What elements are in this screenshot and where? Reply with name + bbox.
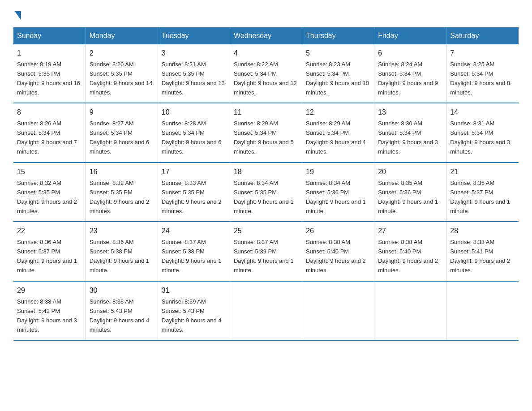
calendar-cell: 23Sunrise: 8:36 AMSunset: 5:38 PMDayligh… xyxy=(86,222,158,281)
day-number: 28 xyxy=(450,226,515,237)
logo-arrow-icon xyxy=(15,11,21,20)
calendar-cell: 22Sunrise: 8:36 AMSunset: 5:37 PMDayligh… xyxy=(13,222,86,281)
day-info: Sunrise: 8:27 AMSunset: 5:34 PMDaylight:… xyxy=(90,120,150,155)
calendar-cell: 30Sunrise: 8:38 AMSunset: 5:43 PMDayligh… xyxy=(86,281,158,340)
day-info: Sunrise: 8:39 AMSunset: 5:43 PMDaylight:… xyxy=(162,298,222,333)
day-info: Sunrise: 8:38 AMSunset: 5:40 PMDaylight:… xyxy=(306,239,366,274)
day-info: Sunrise: 8:32 AMSunset: 5:35 PMDaylight:… xyxy=(17,180,77,214)
day-number: 21 xyxy=(450,167,515,178)
day-info: Sunrise: 8:38 AMSunset: 5:41 PMDaylight:… xyxy=(450,239,510,274)
day-number: 1 xyxy=(17,48,82,59)
calendar-cell: 1Sunrise: 8:19 AMSunset: 5:35 PMDaylight… xyxy=(13,44,86,103)
day-info: Sunrise: 8:37 AMSunset: 5:38 PMDaylight:… xyxy=(162,239,222,274)
calendar-week-row: 1Sunrise: 8:19 AMSunset: 5:35 PMDaylight… xyxy=(13,44,519,103)
calendar-cell: 27Sunrise: 8:38 AMSunset: 5:40 PMDayligh… xyxy=(374,222,446,281)
day-number: 31 xyxy=(162,285,226,296)
calendar-cell: 17Sunrise: 8:33 AMSunset: 5:35 PMDayligh… xyxy=(158,163,230,222)
day-info: Sunrise: 8:25 AMSunset: 5:34 PMDaylight:… xyxy=(450,61,510,96)
calendar-cell xyxy=(446,281,519,340)
day-number: 7 xyxy=(450,48,515,59)
calendar-cell: 2Sunrise: 8:20 AMSunset: 5:35 PMDaylight… xyxy=(86,44,158,103)
day-info: Sunrise: 8:37 AMSunset: 5:39 PMDaylight:… xyxy=(234,239,294,274)
day-info: Sunrise: 8:24 AMSunset: 5:34 PMDaylight:… xyxy=(378,61,438,96)
day-info: Sunrise: 8:21 AMSunset: 5:35 PMDaylight:… xyxy=(162,61,225,96)
day-number: 27 xyxy=(378,226,442,237)
calendar-cell xyxy=(230,281,302,340)
calendar-cell: 21Sunrise: 8:35 AMSunset: 5:37 PMDayligh… xyxy=(446,163,519,222)
day-info: Sunrise: 8:34 AMSunset: 5:35 PMDaylight:… xyxy=(234,180,294,214)
day-number: 26 xyxy=(306,226,370,237)
day-number: 5 xyxy=(306,48,370,59)
day-info: Sunrise: 8:22 AMSunset: 5:34 PMDaylight:… xyxy=(234,61,297,96)
calendar-cell: 20Sunrise: 8:35 AMSunset: 5:36 PMDayligh… xyxy=(374,163,446,222)
column-header-thursday: Thursday xyxy=(302,27,374,44)
column-header-monday: Monday xyxy=(86,27,158,44)
calendar-cell: 15Sunrise: 8:32 AMSunset: 5:35 PMDayligh… xyxy=(13,163,86,222)
calendar-cell: 29Sunrise: 8:38 AMSunset: 5:42 PMDayligh… xyxy=(13,281,86,340)
day-number: 12 xyxy=(306,107,370,118)
calendar-header-row: SundayMondayTuesdayWednesdayThursdayFrid… xyxy=(13,27,519,44)
column-header-wednesday: Wednesday xyxy=(230,27,302,44)
day-number: 17 xyxy=(162,167,226,178)
calendar-cell: 26Sunrise: 8:38 AMSunset: 5:40 PMDayligh… xyxy=(302,222,374,281)
day-number: 18 xyxy=(234,167,298,178)
day-info: Sunrise: 8:30 AMSunset: 5:34 PMDaylight:… xyxy=(378,120,438,155)
page-header xyxy=(13,9,519,18)
column-header-friday: Friday xyxy=(374,27,446,44)
calendar-table: SundayMondayTuesdayWednesdayThursdayFrid… xyxy=(13,27,519,341)
calendar-week-row: 29Sunrise: 8:38 AMSunset: 5:42 PMDayligh… xyxy=(13,281,519,340)
column-header-sunday: Sunday xyxy=(13,27,86,44)
day-number: 9 xyxy=(90,107,154,118)
column-header-tuesday: Tuesday xyxy=(158,27,230,44)
day-number: 15 xyxy=(17,167,82,178)
day-number: 24 xyxy=(162,226,226,237)
day-info: Sunrise: 8:38 AMSunset: 5:42 PMDaylight:… xyxy=(17,298,77,333)
calendar-week-row: 8Sunrise: 8:26 AMSunset: 5:34 PMDaylight… xyxy=(13,103,519,162)
calendar-cell: 18Sunrise: 8:34 AMSunset: 5:35 PMDayligh… xyxy=(230,163,302,222)
day-number: 13 xyxy=(378,107,442,118)
day-info: Sunrise: 8:29 AMSunset: 5:34 PMDaylight:… xyxy=(306,120,366,155)
day-number: 11 xyxy=(234,107,298,118)
day-number: 10 xyxy=(162,107,226,118)
day-number: 8 xyxy=(17,107,82,118)
day-number: 23 xyxy=(90,226,154,237)
calendar-cell: 9Sunrise: 8:27 AMSunset: 5:34 PMDaylight… xyxy=(86,103,158,162)
day-info: Sunrise: 8:35 AMSunset: 5:36 PMDaylight:… xyxy=(378,180,438,214)
day-info: Sunrise: 8:36 AMSunset: 5:37 PMDaylight:… xyxy=(17,239,77,274)
day-info: Sunrise: 8:35 AMSunset: 5:37 PMDaylight:… xyxy=(450,180,510,214)
day-info: Sunrise: 8:38 AMSunset: 5:40 PMDaylight:… xyxy=(378,239,438,274)
day-number: 25 xyxy=(234,226,298,237)
calendar-cell: 24Sunrise: 8:37 AMSunset: 5:38 PMDayligh… xyxy=(158,222,230,281)
calendar-cell: 19Sunrise: 8:34 AMSunset: 5:36 PMDayligh… xyxy=(302,163,374,222)
calendar-cell: 14Sunrise: 8:31 AMSunset: 5:34 PMDayligh… xyxy=(446,103,519,162)
day-number: 30 xyxy=(90,285,154,296)
calendar-cell: 13Sunrise: 8:30 AMSunset: 5:34 PMDayligh… xyxy=(374,103,446,162)
day-info: Sunrise: 8:31 AMSunset: 5:34 PMDaylight:… xyxy=(450,120,510,155)
day-info: Sunrise: 8:33 AMSunset: 5:35 PMDaylight:… xyxy=(162,180,222,214)
day-info: Sunrise: 8:29 AMSunset: 5:34 PMDaylight:… xyxy=(234,120,294,155)
day-number: 29 xyxy=(17,285,82,296)
calendar-cell: 4Sunrise: 8:22 AMSunset: 5:34 PMDaylight… xyxy=(230,44,302,103)
calendar-cell: 10Sunrise: 8:28 AMSunset: 5:34 PMDayligh… xyxy=(158,103,230,162)
calendar-cell: 8Sunrise: 8:26 AMSunset: 5:34 PMDaylight… xyxy=(13,103,86,162)
day-number: 19 xyxy=(306,167,370,178)
calendar-cell: 28Sunrise: 8:38 AMSunset: 5:41 PMDayligh… xyxy=(446,222,519,281)
logo xyxy=(13,9,21,18)
calendar-week-row: 22Sunrise: 8:36 AMSunset: 5:37 PMDayligh… xyxy=(13,222,519,281)
day-number: 6 xyxy=(378,48,442,59)
day-number: 22 xyxy=(17,226,82,237)
day-number: 2 xyxy=(90,48,154,59)
day-number: 4 xyxy=(234,48,298,59)
calendar-cell: 12Sunrise: 8:29 AMSunset: 5:34 PMDayligh… xyxy=(302,103,374,162)
calendar-cell: 16Sunrise: 8:32 AMSunset: 5:35 PMDayligh… xyxy=(86,163,158,222)
day-info: Sunrise: 8:36 AMSunset: 5:38 PMDaylight:… xyxy=(90,239,150,274)
day-number: 20 xyxy=(378,167,442,178)
calendar-cell: 5Sunrise: 8:23 AMSunset: 5:34 PMDaylight… xyxy=(302,44,374,103)
day-info: Sunrise: 8:28 AMSunset: 5:34 PMDaylight:… xyxy=(162,120,222,155)
calendar-cell xyxy=(302,281,374,340)
day-info: Sunrise: 8:19 AMSunset: 5:35 PMDaylight:… xyxy=(17,61,80,96)
day-info: Sunrise: 8:32 AMSunset: 5:35 PMDaylight:… xyxy=(90,180,150,214)
calendar-cell: 31Sunrise: 8:39 AMSunset: 5:43 PMDayligh… xyxy=(158,281,230,340)
day-number: 14 xyxy=(450,107,515,118)
day-info: Sunrise: 8:38 AMSunset: 5:43 PMDaylight:… xyxy=(90,298,150,333)
